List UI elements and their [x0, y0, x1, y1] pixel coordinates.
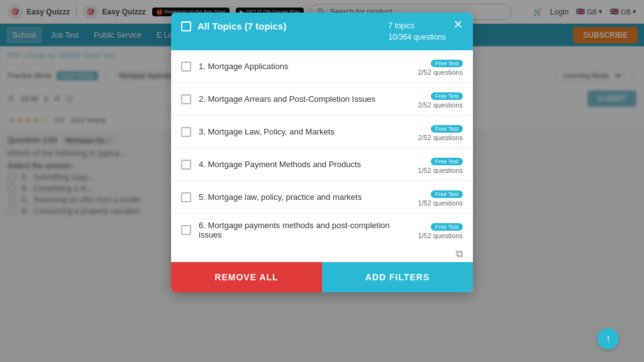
topic-name-5: 5. Mortgage law, policy, practice and ma… [199, 192, 410, 202]
select-all-checkbox[interactable] [181, 21, 191, 31]
copy-icon[interactable]: ⧉ [456, 248, 463, 260]
topic-right-6: Free Test 1/52 questions [418, 220, 463, 239]
topic-list: 1. Mortgage Applications Free Test 2/52 … [171, 50, 473, 246]
topic-questions-3: 2/52 questions [418, 134, 463, 141]
free-badge-2: Free Test [431, 92, 463, 100]
topic-name-6: 6. Mortgage payments methods and post-co… [199, 221, 410, 239]
topic-number-1: 1. [199, 62, 206, 71]
free-badge-4: Free Test [431, 158, 463, 165]
topic-right-3: Free Test 2/52 questions [418, 122, 463, 141]
modal-header-right-group: 7 topics 10/364 questions ✕ [389, 20, 463, 43]
topic-checkbox-2[interactable] [181, 94, 191, 104]
topic-label-2: Mortgage Arrears and Post-Completion Iss… [208, 94, 375, 104]
topic-number-5: 5. [199, 192, 206, 202]
free-badge-1: Free Test [431, 60, 463, 67]
topic-number-4: 4. [199, 160, 206, 169]
copy-area: ⧉ [171, 246, 473, 262]
topic-item-1[interactable]: 1. Mortgage Applications Free Test 2/52 … [171, 50, 473, 83]
topic-name-3: 3. Mortgage Law, Policy, and Markets [199, 127, 410, 136]
modal-overlay: All Topics (7 topics) 7 topics 10/364 qu… [0, 0, 644, 362]
topic-name-4: 4. Mortgage Payment Methods and Products [199, 160, 410, 169]
topic-right-2: Free Test 2/52 questions [418, 89, 463, 109]
topic-name-2: 2. Mortgage Arrears and Post-Completion … [199, 94, 410, 104]
topic-questions-5: 1/52 questions [418, 199, 463, 207]
question-count: 10/364 questions [389, 31, 446, 43]
topic-number-3: 3. [199, 127, 206, 136]
add-filters-button[interactable]: ADD FILTERS [322, 262, 473, 292]
topic-label-1: Mortgage Applications [208, 62, 288, 71]
topic-label-3: Mortgage Law, Policy, and Markets [208, 127, 334, 136]
free-badge-5: Free Test [431, 190, 463, 198]
topic-checkbox-5[interactable] [181, 192, 191, 202]
modal-title: All Topics (7 topics) [197, 21, 286, 31]
topic-checkbox-4[interactable] [181, 160, 191, 170]
topic-right-1: Free Test 2/52 questions [418, 57, 463, 76]
topic-count: 7 topics [389, 20, 446, 31]
topic-label-4: Mortgage Payment Methods and Products [208, 160, 361, 169]
topic-name-1: 1. Mortgage Applications [199, 62, 410, 71]
topic-item-2[interactable]: 2. Mortgage Arrears and Post-Completion … [171, 83, 473, 116]
topic-checkbox-1[interactable] [181, 62, 191, 72]
modal-footer: REMOVE ALL ADD FILTERS [171, 262, 473, 292]
topic-checkbox-3[interactable] [181, 127, 191, 137]
topic-label-5: Mortgage law, policy, practice and marke… [208, 192, 362, 202]
free-badge-6: Free Test [431, 223, 463, 231]
topic-questions-2: 2/52 questions [418, 101, 463, 109]
topic-number-6: 6. [199, 221, 206, 230]
modal-header-left: All Topics (7 topics) [181, 20, 286, 31]
topic-questions-1: 2/52 questions [418, 69, 463, 76]
modal-close-button[interactable]: ✕ [453, 19, 463, 30]
topic-item-3[interactable]: 3. Mortgage Law, Policy, and Markets Fre… [171, 116, 473, 148]
modal-count: 7 topics 10/364 questions [389, 20, 446, 43]
topic-item-5[interactable]: 5. Mortgage law, policy, practice and ma… [171, 181, 473, 214]
topic-right-4: Free Test 1/52 questions [418, 155, 463, 174]
free-badge-3: Free Test [431, 125, 463, 133]
topic-item-4[interactable]: 4. Mortgage Payment Methods and Products… [171, 148, 473, 181]
topic-label-6: Mortgage payments methods and post-compl… [199, 221, 390, 239]
topics-modal: All Topics (7 topics) 7 topics 10/364 qu… [171, 13, 473, 292]
topic-questions-6: 1/52 questions [418, 232, 463, 239]
scroll-up-fab[interactable]: ↑ [597, 328, 619, 349]
topic-item-6[interactable]: 6. Mortgage payments methods and post-co… [171, 214, 473, 246]
topic-checkbox-6[interactable] [181, 225, 191, 235]
topic-right-5: Free Test 1/52 questions [418, 187, 463, 207]
modal-header: All Topics (7 topics) 7 topics 10/364 qu… [171, 13, 473, 50]
topic-number-2: 2. [199, 94, 206, 104]
remove-all-button[interactable]: REMOVE ALL [171, 262, 322, 292]
topic-questions-4: 1/52 questions [418, 167, 463, 174]
